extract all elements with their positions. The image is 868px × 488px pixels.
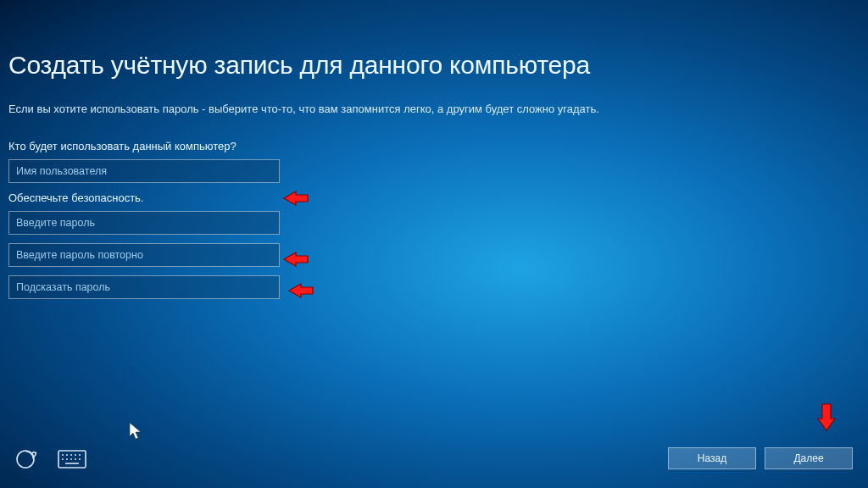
keyboard-icon[interactable] — [58, 450, 86, 469]
back-button[interactable]: Назад — [668, 447, 756, 469]
password-hint-input[interactable]: Подсказать пароль — [8, 275, 280, 299]
section-user-label: Кто будет использовать данный компьютер? — [8, 140, 868, 152]
section-security-label: Обеспечьте безопасность. — [8, 191, 868, 204]
username-placeholder: Имя пользователя — [16, 165, 107, 177]
system-icons — [14, 447, 86, 471]
password-confirm-input[interactable]: Введите пароль повторно — [8, 243, 280, 267]
button-bar: Назад Далее — [668, 447, 853, 469]
page-title: Создать учётную запись для данного компь… — [8, 51, 868, 80]
page-subtitle: Если вы хотите использовать пароль - выб… — [8, 102, 636, 118]
password-placeholder: Введите пароль — [16, 217, 95, 229]
password-hint-placeholder: Подсказать пароль — [16, 281, 110, 293]
ease-of-access-icon[interactable] — [14, 447, 37, 471]
password-confirm-placeholder: Введите пароль повторно — [16, 249, 143, 261]
password-input[interactable]: Введите пароль — [8, 211, 280, 235]
next-button[interactable]: Далее — [765, 447, 853, 469]
username-input[interactable]: Имя пользователя — [8, 159, 280, 183]
